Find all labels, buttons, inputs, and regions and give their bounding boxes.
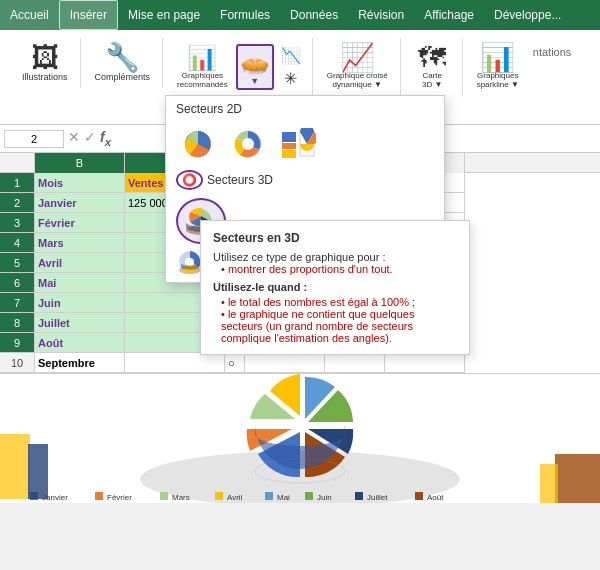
table-row: Septembre ○ [35,353,600,373]
ribbon-group-pivot-chart: 📈 Graphique croisédynamique ▼ [315,38,401,96]
svg-rect-10 [265,492,273,500]
menu-donnees[interactable]: Données [280,0,348,30]
cell-G10[interactable] [385,353,465,373]
tooltip-use-label: Utilisez ce type de graphique pour : [213,251,457,263]
secteurs-2d-label: Secteurs 2D [166,96,444,120]
svg-rect-6 [160,492,168,500]
ribbon-group-complements: 🔧 Compléments [83,38,164,88]
menu-affichage[interactable]: Affichage [414,0,484,30]
illustrations-icon: 🖼 [31,44,59,72]
function-icon[interactable]: fx [100,129,111,148]
row-header-8[interactable]: 8 [0,313,34,333]
graphiques-recommandes-btn[interactable]: 📊 Graphiquesrecommandés [173,42,232,92]
complements-btn[interactable]: 🔧 Compléments [91,42,155,84]
chart-svg: Janvier Février Mars Avril Mai Juin Juil… [0,374,600,503]
row-header-3[interactable]: 3 [0,213,34,233]
illustrations-label: Illustrations [22,72,68,82]
pie-2d-bar-btn[interactable] [276,124,320,164]
pivot-chart-btn[interactable]: 📈 Graphique croisédynamique ▼ [323,42,392,92]
cell-D10[interactable]: ○ [225,353,245,373]
svg-text:Avril: Avril [227,493,243,502]
cancel-icon[interactable]: ✕ [68,129,80,148]
svg-text:Février: Février [107,493,132,502]
ribbon-group-illustrations: 🖼 Illustrations [10,38,81,88]
svg-rect-25 [282,132,296,142]
tooltip-bullet-when-1: • le total des nombres est égal à 100% ; [213,296,457,308]
menu-developpe[interactable]: Développe... [484,0,571,30]
secteurs-3d-section: ⭕ Secteurs 3D [166,168,444,194]
ribbon-group-charts: 📊 Graphiquesrecommandés 🥧 ▼ 📉 ✳ [165,38,313,96]
formula-controls: ✕ ✓ fx [68,129,111,148]
graphiques-recommandes-icon: 📊 [187,44,217,72]
svg-text:Août: Août [427,493,444,502]
corner-cell [0,153,35,172]
ribbon-group-carte3d: 🗺 Carte3D ▼ [403,38,463,96]
svg-rect-19 [28,444,48,499]
svg-rect-20 [555,454,600,503]
cell-E10[interactable] [245,353,325,373]
cell-C10[interactable] [125,353,225,373]
scatter-chart-btn[interactable]: ✳ [278,68,304,89]
svg-point-24 [242,138,254,150]
cell-B6[interactable]: Mai [35,273,125,293]
bar-chart-btn[interactable]: 📉 [278,45,304,66]
cell-B2[interactable]: Janvier [35,193,125,213]
sparkline-btn[interactable]: 📊 Graphiquessparkline ▼ [473,42,523,92]
tooltip-bullet-use: • montrer des proportions d'un tout. [213,263,457,275]
svg-rect-8 [215,492,223,500]
cell-B10[interactable]: Septembre [35,353,125,373]
pie-2d-full-btn[interactable] [176,124,220,164]
pivot-chart-label: Graphique croisédynamique ▼ [327,72,388,90]
svg-rect-12 [305,492,313,500]
pie-chart-icon: 🥧 [240,48,270,76]
chart-dropdown-arrow: ▼ [250,76,259,86]
name-box[interactable] [4,130,64,148]
cell-B1[interactable]: Mois [35,173,125,193]
row-header-2[interactable]: 2 [0,193,34,213]
row-header-4[interactable]: 4 [0,233,34,253]
sparkline-icon: 📊 [480,44,515,72]
row-header-7[interactable]: 7 [0,293,34,313]
tooltip-when-label: Utilisez-le quand : [213,281,457,293]
confirm-icon[interactable]: ✓ [84,129,96,148]
cell-B3[interactable]: Février [35,213,125,233]
col-header-B[interactable]: B [35,153,125,173]
svg-rect-4 [95,492,103,500]
cell-B7[interactable]: Juin [35,293,125,313]
row-header-9[interactable]: 9 [0,333,34,353]
row-header-10[interactable]: 10 [0,353,34,373]
cell-B8[interactable]: Juillet [35,313,125,333]
tooltip-bullet-when-2: • le graphique ne contient que quelques … [213,308,457,344]
svg-text:Mai: Mai [277,493,290,502]
secteurs-3d-label: Secteurs 3D [207,173,273,187]
cell-B5[interactable]: Avril [35,253,125,273]
illustrations-btn[interactable]: 🖼 Illustrations [18,42,72,84]
graphiques-recommandes-label: Graphiquesrecommandés [177,72,228,90]
cell-B9[interactable]: Août [35,333,125,353]
menu-accueil[interactable]: Accueil [0,0,59,30]
svg-rect-14 [355,492,363,500]
secteurs-2d-icons [166,120,444,168]
svg-point-33 [186,258,194,266]
menu-mise-en-page[interactable]: Mise en page [118,0,210,30]
pivot-chart-icon: 📈 [340,44,375,72]
menu-inserer[interactable]: Insérer [59,0,118,30]
tooltip-panel: Secteurs en 3D Utilisez ce type de graph… [200,220,470,355]
row-header-6[interactable]: 6 [0,273,34,293]
tooltip-title: Secteurs en 3D [213,231,457,245]
carte3d-btn[interactable]: 🗺 Carte3D ▼ [414,42,450,92]
carte3d-label: Carte3D ▼ [422,72,442,90]
cell-B4[interactable]: Mars [35,233,125,253]
menu-revision[interactable]: Révision [348,0,414,30]
svg-rect-16 [415,492,423,500]
row-header-1[interactable]: 1 [0,173,34,193]
ribbon-group-sparkline: 📊 Graphiquessparkline ▼ [465,38,531,96]
chart-type-btn[interactable]: 🥧 ▼ [236,44,274,90]
menu-formules[interactable]: Formules [210,0,280,30]
pie-2d-donut-btn[interactable] [226,124,270,164]
cell-F10[interactable] [325,353,385,373]
complements-label: Compléments [95,72,151,82]
svg-rect-21 [540,464,558,503]
row-header-5[interactable]: 5 [0,253,34,273]
secteurs-3d-badge: ⭕ [176,170,203,190]
